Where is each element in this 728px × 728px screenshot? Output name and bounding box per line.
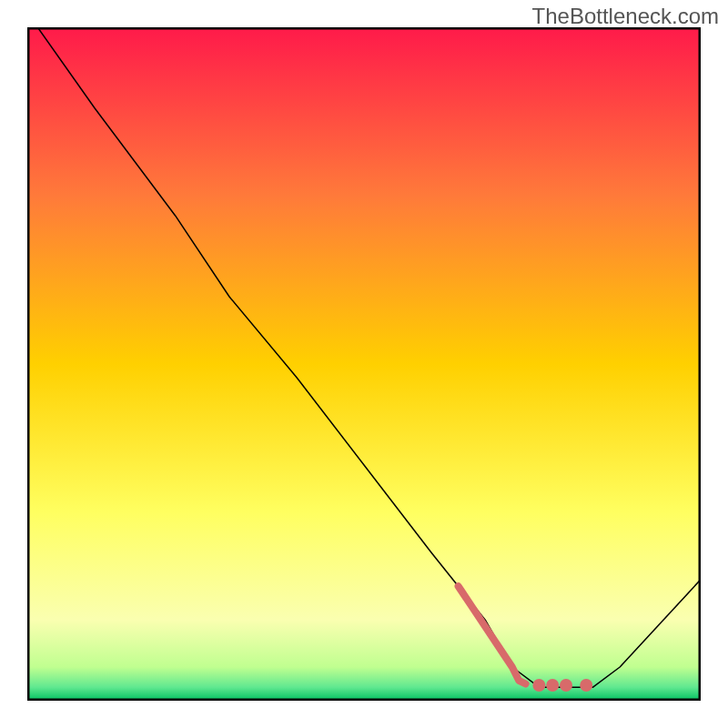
point-highlight-dots	[560, 679, 572, 692]
chart-background	[27, 27, 701, 701]
watermark-label: TheBottleneck.com	[532, 4, 719, 29]
point-highlight-dots	[532, 679, 545, 692]
chart-svg	[27, 27, 701, 701]
point-highlight-dots	[546, 679, 559, 692]
chart-container	[27, 27, 701, 701]
point-highlight-dots	[580, 679, 592, 692]
